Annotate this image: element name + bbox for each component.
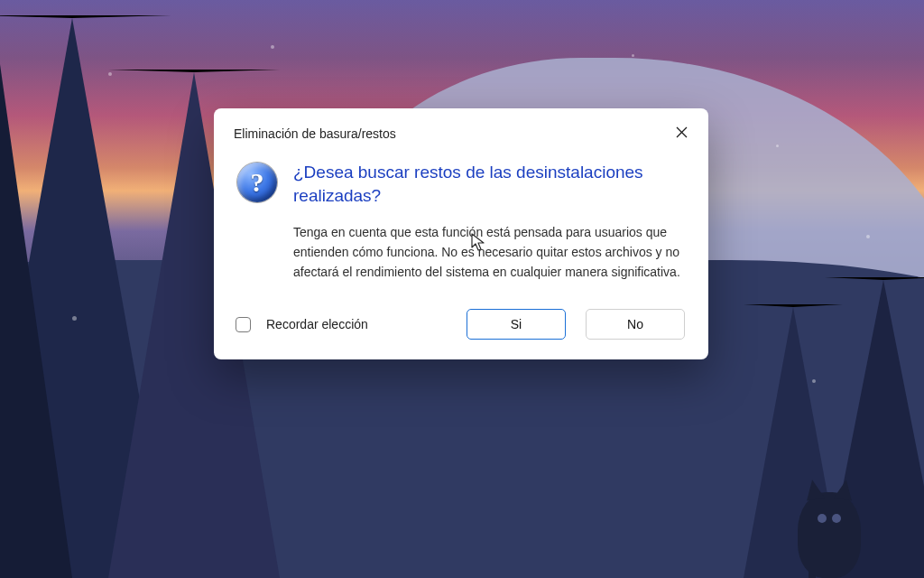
question-icon: ? [237, 163, 277, 202]
remember-checkbox[interactable] [236, 317, 251, 332]
close-button[interactable] [670, 121, 692, 143]
close-icon [676, 126, 688, 138]
remember-checkbox-label: Recordar elección [266, 317, 368, 331]
dialog-heading: ¿Desea buscar restos de las desinstalaci… [293, 161, 683, 208]
no-button[interactable]: No [586, 309, 685, 340]
owl-decoration [789, 470, 870, 578]
yes-button[interactable]: Si [467, 309, 566, 340]
confirm-dialog: Eliminación de basura/restos ? ¿Desea bu… [214, 108, 708, 359]
dialog-title: Eliminación de basura/restos [234, 121, 396, 143]
dialog-description: Tenga en cuenta que esta función está pe… [293, 222, 683, 282]
